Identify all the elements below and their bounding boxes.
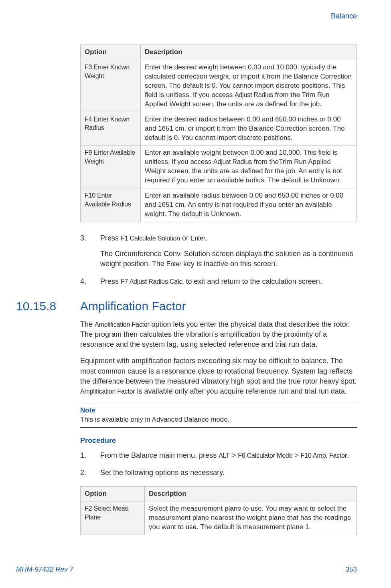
ps1-post: . bbox=[347, 451, 349, 459]
s3-c1: F1 Calculate Solution bbox=[121, 235, 180, 242]
t2-head-option: Option bbox=[81, 486, 145, 501]
t1-r0-desc: Enter the desired weight between 0.00 an… bbox=[141, 60, 357, 112]
t1-r1-pre: Enter the desired radius between 0.00 an… bbox=[145, 115, 345, 141]
s4-pre: Press bbox=[100, 277, 121, 285]
t1-r3-opt: F10 Enter Available Radius bbox=[81, 188, 141, 222]
proc-step-1: From the Balance main menu, press ALT > … bbox=[80, 451, 357, 461]
t2-r0-opt: F2 Select Meas. Plane bbox=[81, 501, 145, 535]
section-number: 10.15.8 bbox=[16, 299, 80, 313]
s3p-post: key is inactive on this screen. bbox=[181, 260, 277, 268]
p1-cond: Amplification Factor bbox=[95, 321, 150, 328]
options-table-2: Option Description F2 Select Meas. Plane… bbox=[80, 486, 357, 535]
section-para-2: Equipment with amplification factors exc… bbox=[80, 356, 357, 396]
step-3-para: The Circumference Conv. Solution screen … bbox=[100, 249, 357, 269]
footer-page-number: 353 bbox=[346, 566, 357, 574]
s4-cond: F7 Adjust Radius Calc. bbox=[121, 278, 184, 285]
note-rule-bottom bbox=[80, 427, 357, 428]
table-row: F9 Enter Available Weight Enter an avail… bbox=[81, 145, 357, 188]
footer-doc-id: MHM-97432 Rev 7 bbox=[16, 566, 73, 574]
header-section: Balance bbox=[16, 12, 357, 20]
p2-pre: Equipment with amplification factors exc… bbox=[80, 357, 357, 385]
ps1-m1: > bbox=[230, 451, 238, 459]
t1-head-option: Option bbox=[81, 45, 141, 60]
t1-head-desc: Description bbox=[141, 45, 357, 60]
table-row: F3 Enter Known Weight Enter the desired … bbox=[81, 60, 357, 112]
ps1-m2: > bbox=[292, 451, 301, 459]
ps1-c2: F6 Calculator Mode bbox=[238, 452, 292, 459]
t1-r2-cond: Adjust Radius bbox=[213, 158, 252, 165]
s3-pre: Press bbox=[100, 234, 121, 242]
options-table-1: Option Description F3 Enter Known Weight… bbox=[80, 44, 357, 222]
t1-r2-opt: F9 Enter Available Weight bbox=[81, 145, 141, 188]
section-title: Amplification Factor bbox=[80, 299, 186, 313]
t1-r0-cond: Adjust Radius bbox=[235, 91, 273, 98]
s3-post: . bbox=[205, 234, 207, 242]
proc-step-2: Set the following options as necessary. bbox=[80, 468, 357, 478]
ps1-c3: F10 Amp. Factor bbox=[301, 452, 347, 459]
table-row: F4 Enter Known Radius Enter the desired … bbox=[81, 112, 357, 145]
s3-mid: or bbox=[180, 234, 190, 242]
table-row: F2 Select Meas. Plane Select the measure… bbox=[81, 501, 357, 535]
t1-r0-opt: F3 Enter Known Weight bbox=[81, 60, 141, 112]
note-rule-top bbox=[80, 403, 357, 403]
s3p-cond: Enter bbox=[166, 261, 181, 267]
t2-r0-desc: Select the measurement plane to use. You… bbox=[145, 501, 357, 535]
t1-r1-opt: F4 Enter Known Radius bbox=[81, 112, 141, 145]
ps1-c1: ALT bbox=[219, 452, 230, 459]
t1-r3-pre: Enter an available radius between 0.00 a… bbox=[145, 192, 343, 218]
procedure-label: Procedure bbox=[80, 436, 357, 445]
step-4: Press F7 Adjust Radius Calc. to exit and… bbox=[80, 277, 357, 287]
t2-head-desc: Description bbox=[145, 486, 357, 501]
table-row: F10 Enter Available Radius Enter an avai… bbox=[81, 188, 357, 222]
p2-post: is available only after you acquire refe… bbox=[135, 387, 347, 395]
p2-cond: Amplification Factor bbox=[80, 388, 135, 395]
s3-c2: Enter bbox=[190, 235, 205, 242]
t1-r1-desc: Enter the desired radius between 0.00 an… bbox=[141, 112, 357, 145]
t1-r2-desc: Enter an available weight between 0.00 a… bbox=[141, 145, 357, 188]
p1-pre: The bbox=[80, 320, 95, 328]
ps1-pre: From the Balance main menu, press bbox=[100, 451, 219, 459]
s4-post: to exit and return to the calculation sc… bbox=[184, 277, 322, 285]
t1-r3-desc: Enter an available radius between 0.00 a… bbox=[141, 188, 357, 222]
note-body: This is available only in Advanced Balan… bbox=[80, 415, 357, 424]
step-3: Press F1 Calculate Solution or Enter. Th… bbox=[80, 233, 357, 269]
section-para-1: The Amplification Factor option lets you… bbox=[80, 319, 357, 350]
note-label: Note bbox=[80, 406, 357, 414]
